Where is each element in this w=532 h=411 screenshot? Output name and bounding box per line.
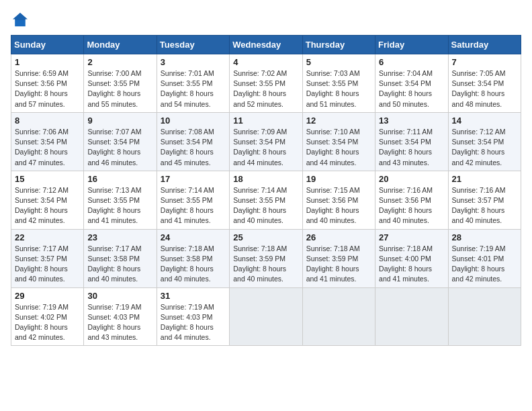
calendar-cell: 8Sunrise: 7:06 AMSunset: 3:54 PMDaylight… (11, 112, 84, 171)
day-number: 9 (87, 116, 152, 126)
calendar-week-row: 29Sunrise: 7:19 AMSunset: 4:02 PMDayligh… (11, 287, 521, 346)
day-info: Sunrise: 7:15 AMSunset: 3:56 PMDaylight:… (306, 185, 371, 226)
weekday-header-row: SundayMondayTuesdayWednesdayThursdayFrid… (11, 36, 521, 54)
day-info: Sunrise: 7:09 AMSunset: 3:54 PMDaylight:… (233, 127, 298, 168)
calendar-cell: 27Sunrise: 7:18 AMSunset: 4:00 PMDayligh… (375, 229, 448, 287)
day-number: 28 (452, 232, 517, 242)
calendar-cell: 5Sunrise: 7:03 AMSunset: 3:55 PMDaylight… (302, 54, 375, 113)
day-info: Sunrise: 7:04 AMSunset: 3:54 PMDaylight:… (379, 68, 444, 109)
calendar-cell: 17Sunrise: 7:14 AMSunset: 3:55 PMDayligh… (157, 171, 229, 229)
calendar-cell: 18Sunrise: 7:14 AMSunset: 3:55 PMDayligh… (230, 171, 302, 229)
weekday-header-cell: Tuesday (157, 36, 229, 54)
day-number: 17 (161, 174, 226, 184)
day-number: 14 (452, 116, 517, 126)
calendar-cell: 11Sunrise: 7:09 AMSunset: 3:54 PMDayligh… (230, 112, 302, 171)
calendar-cell: 20Sunrise: 7:16 AMSunset: 3:56 PMDayligh… (375, 171, 448, 229)
day-info: Sunrise: 7:01 AMSunset: 3:55 PMDaylight:… (161, 68, 226, 109)
day-number: 18 (233, 174, 298, 184)
weekday-header-cell: Wednesday (230, 36, 302, 54)
weekday-header-cell: Friday (375, 36, 448, 54)
weekday-header-cell: Monday (84, 36, 157, 54)
day-info: Sunrise: 7:07 AMSunset: 3:54 PMDaylight:… (87, 127, 152, 168)
day-info: Sunrise: 7:02 AMSunset: 3:55 PMDaylight:… (233, 68, 298, 109)
calendar-cell (448, 287, 521, 346)
day-info: Sunrise: 7:11 AMSunset: 3:54 PMDaylight:… (379, 127, 444, 168)
day-number: 24 (161, 232, 226, 242)
calendar-cell (375, 287, 448, 346)
day-number: 3 (161, 57, 226, 67)
day-info: Sunrise: 7:18 AMSunset: 3:58 PMDaylight:… (161, 244, 226, 285)
calendar-cell: 15Sunrise: 7:12 AMSunset: 3:54 PMDayligh… (11, 171, 84, 229)
day-info: Sunrise: 7:18 AMSunset: 4:00 PMDaylight:… (379, 244, 444, 285)
day-info: Sunrise: 7:19 AMSunset: 4:03 PMDaylight:… (87, 302, 152, 343)
weekday-header-cell: Saturday (448, 36, 521, 54)
calendar-cell: 2Sunrise: 7:00 AMSunset: 3:55 PMDaylight… (84, 54, 157, 113)
day-info: Sunrise: 7:19 AMSunset: 4:03 PMDaylight:… (161, 302, 226, 343)
weekday-header-cell: Sunday (11, 36, 84, 54)
day-number: 8 (15, 116, 80, 126)
calendar-cell: 25Sunrise: 7:18 AMSunset: 3:59 PMDayligh… (230, 229, 302, 287)
calendar-cell: 28Sunrise: 7:19 AMSunset: 4:01 PMDayligh… (448, 229, 521, 287)
day-info: Sunrise: 7:19 AMSunset: 4:02 PMDaylight:… (15, 302, 80, 343)
day-info: Sunrise: 7:06 AMSunset: 3:54 PMDaylight:… (15, 127, 80, 168)
day-number: 16 (87, 174, 152, 184)
day-info: Sunrise: 7:10 AMSunset: 3:54 PMDaylight:… (306, 127, 371, 168)
calendar-cell: 29Sunrise: 7:19 AMSunset: 4:02 PMDayligh… (11, 287, 84, 346)
calendar-cell: 23Sunrise: 7:17 AMSunset: 3:58 PMDayligh… (84, 229, 157, 287)
logo (11, 11, 32, 30)
day-info: Sunrise: 7:18 AMSunset: 3:59 PMDaylight:… (233, 244, 298, 285)
day-number: 19 (306, 174, 371, 184)
day-info: Sunrise: 7:17 AMSunset: 3:57 PMDaylight:… (15, 244, 80, 285)
calendar-cell: 4Sunrise: 7:02 AMSunset: 3:55 PMDaylight… (230, 54, 302, 113)
day-number: 6 (379, 57, 444, 67)
calendar-cell: 12Sunrise: 7:10 AMSunset: 3:54 PMDayligh… (302, 112, 375, 171)
calendar-cell: 30Sunrise: 7:19 AMSunset: 4:03 PMDayligh… (84, 287, 157, 346)
calendar-cell: 9Sunrise: 7:07 AMSunset: 3:54 PMDaylight… (84, 112, 157, 171)
calendar-body: 1Sunrise: 6:59 AMSunset: 3:56 PMDaylight… (11, 54, 521, 346)
day-number: 7 (452, 57, 517, 67)
calendar-cell: 19Sunrise: 7:15 AMSunset: 3:56 PMDayligh… (302, 171, 375, 229)
day-number: 12 (306, 116, 371, 126)
day-number: 10 (161, 116, 226, 126)
calendar-cell: 22Sunrise: 7:17 AMSunset: 3:57 PMDayligh… (11, 229, 84, 287)
calendar-cell: 21Sunrise: 7:16 AMSunset: 3:57 PMDayligh… (448, 171, 521, 229)
day-info: Sunrise: 7:12 AMSunset: 3:54 PMDaylight:… (452, 127, 517, 168)
day-info: Sunrise: 7:16 AMSunset: 3:57 PMDaylight:… (452, 185, 517, 226)
day-number: 11 (233, 116, 298, 126)
day-number: 15 (15, 174, 80, 184)
day-info: Sunrise: 7:03 AMSunset: 3:55 PMDaylight:… (306, 68, 371, 109)
day-number: 1 (15, 57, 80, 67)
calendar-cell: 16Sunrise: 7:13 AMSunset: 3:55 PMDayligh… (84, 171, 157, 229)
day-info: Sunrise: 7:17 AMSunset: 3:58 PMDaylight:… (87, 244, 152, 285)
calendar-cell (230, 287, 302, 346)
day-info: Sunrise: 7:19 AMSunset: 4:01 PMDaylight:… (452, 244, 517, 285)
day-info: Sunrise: 7:14 AMSunset: 3:55 PMDaylight:… (233, 185, 298, 226)
calendar-week-row: 8Sunrise: 7:06 AMSunset: 3:54 PMDaylight… (11, 112, 521, 171)
calendar-week-row: 22Sunrise: 7:17 AMSunset: 3:57 PMDayligh… (11, 229, 521, 287)
day-number: 25 (233, 232, 298, 242)
calendar-table: SundayMondayTuesdayWednesdayThursdayFrid… (11, 35, 521, 346)
weekday-header-cell: Thursday (302, 36, 375, 54)
day-number: 5 (306, 57, 371, 67)
day-number: 2 (87, 57, 152, 67)
calendar-week-row: 1Sunrise: 6:59 AMSunset: 3:56 PMDaylight… (11, 54, 521, 113)
calendar-cell: 10Sunrise: 7:08 AMSunset: 3:54 PMDayligh… (157, 112, 229, 171)
day-number: 27 (379, 232, 444, 242)
day-number: 31 (161, 291, 226, 301)
day-info: Sunrise: 7:13 AMSunset: 3:55 PMDaylight:… (87, 185, 152, 226)
calendar-cell: 26Sunrise: 7:18 AMSunset: 3:59 PMDayligh… (302, 229, 375, 287)
calendar-cell: 1Sunrise: 6:59 AMSunset: 3:56 PMDaylight… (11, 54, 84, 113)
day-number: 30 (87, 291, 152, 301)
calendar-cell: 14Sunrise: 7:12 AMSunset: 3:54 PMDayligh… (448, 112, 521, 171)
page-header (11, 11, 521, 30)
day-info: Sunrise: 7:14 AMSunset: 3:55 PMDaylight:… (161, 185, 226, 226)
day-info: Sunrise: 7:05 AMSunset: 3:54 PMDaylight:… (452, 68, 517, 109)
day-number: 21 (452, 174, 517, 184)
calendar-cell: 3Sunrise: 7:01 AMSunset: 3:55 PMDaylight… (157, 54, 229, 113)
day-number: 29 (15, 291, 80, 301)
day-number: 23 (87, 232, 152, 242)
calendar-week-row: 15Sunrise: 7:12 AMSunset: 3:54 PMDayligh… (11, 171, 521, 229)
day-info: Sunrise: 6:59 AMSunset: 3:56 PMDaylight:… (15, 68, 80, 109)
day-info: Sunrise: 7:12 AMSunset: 3:54 PMDaylight:… (15, 185, 80, 226)
calendar-cell: 13Sunrise: 7:11 AMSunset: 3:54 PMDayligh… (375, 112, 448, 171)
